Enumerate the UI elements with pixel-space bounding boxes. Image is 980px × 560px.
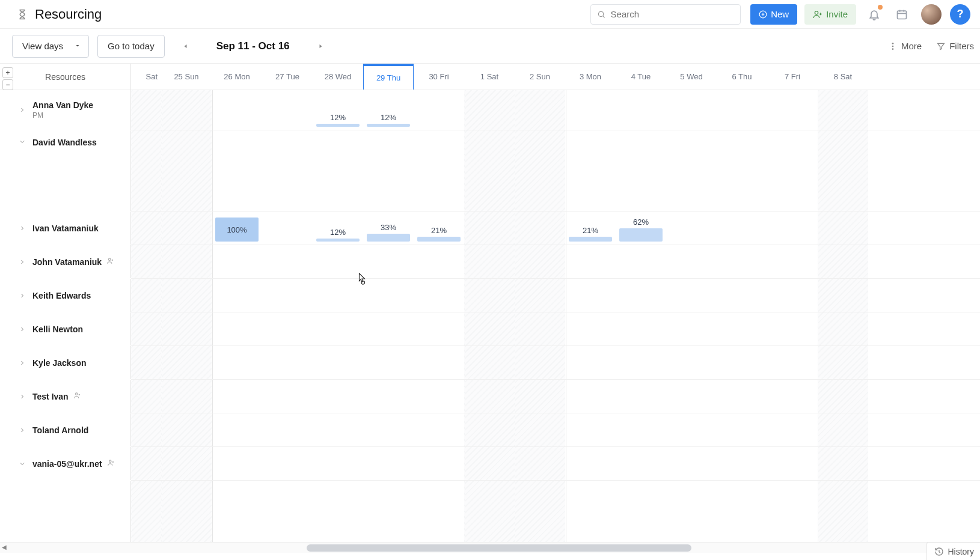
day-header[interactable]: 8 Sat xyxy=(818,64,868,90)
chevron-right-icon[interactable] xyxy=(18,106,26,114)
day-header[interactable]: 1 Sat xyxy=(464,64,515,90)
filter-icon xyxy=(936,41,946,51)
day-header[interactable]: 6 Thu xyxy=(717,64,767,90)
utilization-cell[interactable]: 12% xyxy=(316,218,360,242)
help-button[interactable]: ? xyxy=(950,4,970,25)
zoom-out-button[interactable]: − xyxy=(2,79,13,90)
chevron-right-icon[interactable] xyxy=(18,359,26,367)
triangle-left-icon xyxy=(182,43,189,50)
history-button[interactable]: History xyxy=(926,542,980,553)
day-header[interactable]: 30 Fri xyxy=(414,64,464,90)
resource-subtitle: PM xyxy=(32,111,93,120)
timeline-row[interactable] xyxy=(131,245,980,279)
next-period-button[interactable] xyxy=(314,40,327,53)
utilization-bar xyxy=(417,237,461,242)
resource-row[interactable]: Kyle Jackson xyxy=(0,346,131,380)
day-header[interactable]: Sat xyxy=(131,64,161,90)
timeline-row[interactable] xyxy=(131,312,980,346)
history-label: History xyxy=(948,547,974,553)
notifications-button[interactable] xyxy=(866,6,883,23)
timeline-row[interactable] xyxy=(131,413,980,447)
more-label: More xyxy=(901,41,922,51)
day-header[interactable]: 29 Thu xyxy=(363,64,414,90)
day-header[interactable]: 7 Fri xyxy=(767,64,818,90)
go-to-today-button[interactable]: Go to today xyxy=(97,35,165,58)
more-menu[interactable]: More xyxy=(888,41,922,51)
resource-row[interactable]: John Vatamaniuk xyxy=(0,245,131,279)
new-button[interactable]: New xyxy=(750,4,797,25)
search-input[interactable] xyxy=(590,4,741,25)
filters-button[interactable]: Filters xyxy=(936,41,974,51)
user-icon xyxy=(73,391,82,402)
chevron-right-icon[interactable] xyxy=(18,392,26,401)
chevron-right-icon[interactable] xyxy=(18,258,26,266)
resource-name: John Vatamaniuk xyxy=(32,257,102,267)
utilization-cell[interactable]: 12% xyxy=(316,103,360,127)
view-mode-label: View days xyxy=(22,41,63,51)
timeline-row[interactable] xyxy=(131,279,980,312)
prev-period-button[interactable] xyxy=(179,40,192,53)
user-plus-icon xyxy=(813,10,822,19)
timeline-row[interactable] xyxy=(131,380,980,413)
date-range: Sep 11 - Oct 16 xyxy=(216,40,290,52)
resource-row[interactable]: Test Ivan xyxy=(0,380,131,413)
resource-row[interactable]: Ivan Vatamaniuk xyxy=(0,212,131,245)
day-header[interactable]: 3 Mon xyxy=(565,64,616,90)
utilization-percent: 100% xyxy=(227,225,247,234)
timeline-row[interactable]: 100%12%33%21%21%62% xyxy=(131,212,980,245)
resource-name: Kyle Jackson xyxy=(32,358,87,368)
day-header[interactable]: 5 Wed xyxy=(666,64,717,90)
chevron-right-icon[interactable] xyxy=(18,426,26,434)
invite-button-label: Invite xyxy=(826,9,848,19)
view-mode-dropdown[interactable]: View days xyxy=(12,35,89,58)
timeline-row[interactable]: 12%12% xyxy=(131,90,980,130)
chevron-down-icon[interactable] xyxy=(18,460,26,468)
help-icon: ? xyxy=(957,8,964,20)
calendar-icon xyxy=(896,8,908,20)
user-icon xyxy=(106,257,115,267)
invite-button[interactable]: Invite xyxy=(804,4,856,25)
utilization-cell[interactable]: 100% xyxy=(215,218,259,242)
svg-point-4 xyxy=(892,43,894,44)
resource-row[interactable]: Toland Arnold xyxy=(0,413,131,447)
utilization-cell[interactable]: 62% xyxy=(619,218,663,242)
chevron-right-icon[interactable] xyxy=(18,291,26,300)
search-field[interactable] xyxy=(611,9,735,19)
utilization-cell[interactable]: 12% xyxy=(367,103,410,127)
scrollbar-thumb[interactable] xyxy=(307,544,691,552)
user-avatar[interactable] xyxy=(921,4,942,25)
chevron-right-icon[interactable] xyxy=(18,325,26,333)
timeline-row[interactable] xyxy=(131,346,980,380)
resource-row[interactable]: Kelli Newton xyxy=(0,312,131,346)
resource-row[interactable]: David Wandless xyxy=(0,130,131,212)
day-header[interactable]: 26 Mon xyxy=(212,64,262,90)
day-header[interactable]: 2 Sun xyxy=(515,64,565,90)
calendar-button[interactable] xyxy=(893,6,910,23)
chevron-right-icon[interactable] xyxy=(18,224,26,233)
timeline-row[interactable] xyxy=(131,447,980,481)
resource-row[interactable]: Anna Van DykePM xyxy=(0,90,131,130)
resource-name: Ivan Vatamaniuk xyxy=(32,224,99,233)
new-button-label: New xyxy=(771,9,789,19)
utilization-percent: 12% xyxy=(330,113,346,122)
chevron-down-icon[interactable] xyxy=(18,138,26,146)
notification-dot-icon xyxy=(877,4,884,11)
page-title: Resourcing xyxy=(35,7,102,22)
utilization-cell[interactable]: 21% xyxy=(569,218,612,242)
zoom-in-button[interactable]: + xyxy=(2,67,13,78)
horizontal-scrollbar[interactable]: ◀ xyxy=(0,542,980,553)
utilization-cell[interactable]: 21% xyxy=(417,218,461,242)
timeline-row[interactable] xyxy=(131,130,980,212)
day-header[interactable]: 25 Sun xyxy=(161,64,212,90)
utilization-cell[interactable]: 33% xyxy=(367,218,410,242)
hourglass-icon xyxy=(17,9,28,20)
svg-point-6 xyxy=(892,48,894,50)
filters-label: Filters xyxy=(949,41,974,51)
resources-column-header: Resources xyxy=(0,64,130,90)
day-header[interactable]: 27 Tue xyxy=(262,64,313,90)
resource-row[interactable]: Keith Edwards xyxy=(0,279,131,312)
day-header[interactable]: 4 Tue xyxy=(616,64,666,90)
day-header[interactable]: 28 Wed xyxy=(313,64,363,90)
svg-point-8 xyxy=(75,392,78,395)
resource-row[interactable]: vania-05@ukr.net xyxy=(0,447,131,481)
